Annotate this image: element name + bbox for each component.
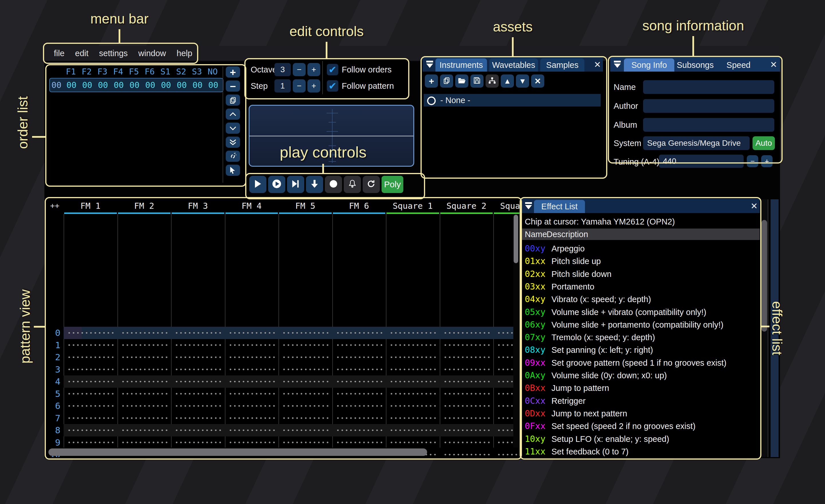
edit-controls-outline [244, 58, 409, 99]
connector [512, 37, 514, 57]
effect-list-vscrollbar[interactable] [761, 199, 768, 457]
connector [692, 36, 694, 56]
annotation-edit-controls: edit controls [272, 23, 381, 39]
order-list-outline [45, 64, 246, 187]
desktop: fileeditsettingswindowhelp F1F2F3F4F5F6S… [0, 0, 825, 504]
oscilloscope-zero-line [249, 136, 414, 136]
pattern-view-outline [45, 197, 522, 459]
song-info-outline [608, 56, 782, 164]
annotation-menu-bar: menu bar [74, 11, 165, 27]
connector [119, 29, 120, 43]
connector [34, 326, 45, 328]
connector [326, 42, 327, 59]
connector [32, 136, 46, 138]
annotation-assets: assets [473, 19, 553, 35]
scrollbar-thumb[interactable] [761, 220, 767, 332]
effect-list-outline [520, 197, 761, 459]
annotation-play-controls: play controls [266, 143, 380, 161]
annotation-order-list: order list [14, 77, 31, 168]
annotation-effect-list: effect list [768, 282, 785, 374]
connector [322, 164, 324, 174]
annotation-song-information: song information [622, 18, 765, 33]
annotation-pattern-view: pattern view [17, 281, 34, 372]
menu-bar-outline [43, 43, 198, 64]
play-controls-outline [245, 173, 425, 199]
assets-outline [421, 56, 607, 179]
